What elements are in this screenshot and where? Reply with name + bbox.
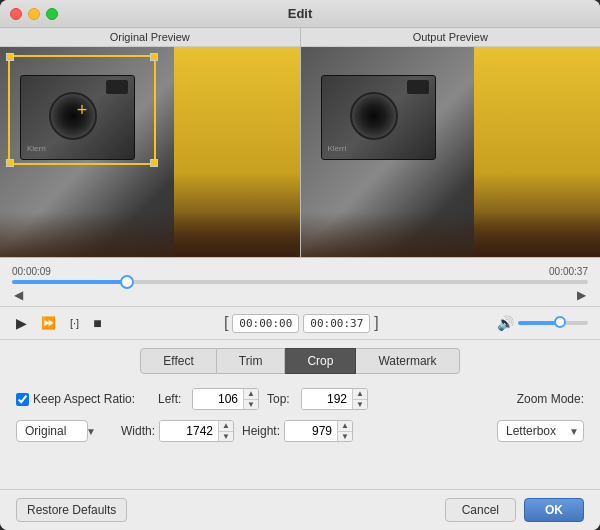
volume-thumb[interactable] (554, 316, 566, 328)
timeline-area: 00:00:09 00:00:37 ◀ ▶ (0, 258, 600, 306)
camera-viewfinder (106, 80, 128, 94)
left-input-wrap: ▲ ▼ (192, 388, 259, 410)
preview-area: Original Preview Klerri (0, 28, 600, 258)
height-input[interactable] (285, 421, 337, 441)
playhead-end-icon: ▶ (577, 288, 586, 302)
camera-body: Klerri (20, 75, 135, 160)
bottom-right-buttons: Cancel OK (445, 498, 584, 522)
volume-area: 🔊 (497, 315, 588, 331)
settings-row-2: Original Fit Stretch ▼ Width: ▲ ▼ Height… (16, 420, 584, 442)
output-preview-label: Output Preview (301, 28, 601, 47)
width-label: Width: (121, 424, 155, 438)
close-button[interactable] (10, 8, 22, 20)
height-field-group: Height: ▲ ▼ (242, 420, 353, 442)
width-input[interactable] (160, 421, 218, 441)
playhead-markers: ◀ ▶ (12, 288, 588, 302)
height-input-wrap: ▲ ▼ (284, 420, 353, 442)
controls-area: ▶ ⏩ [·] ■ [ 00:00:00 00:00:37 ] 🔊 (0, 306, 600, 340)
output-camera-background: Klerri (301, 47, 601, 257)
keep-aspect-ratio-label: Keep Aspect Ratio: (16, 392, 146, 406)
camera-logo: Klerri (27, 144, 46, 153)
in-time-display: 00:00:00 (232, 314, 299, 333)
titlebar: Edit (0, 0, 600, 28)
top-field-group: Top: ▲ ▼ (267, 388, 368, 410)
camera-lens (49, 92, 97, 140)
volume-slider[interactable] (518, 321, 588, 325)
maximize-button[interactable] (46, 8, 58, 20)
timeline-thumb[interactable] (120, 275, 134, 289)
tabs-area: Effect Trim Crop Watermark (0, 340, 600, 380)
original-preview-label: Original Preview (0, 28, 300, 47)
playhead-start-icon: ◀ (14, 288, 23, 302)
minimize-button[interactable] (28, 8, 40, 20)
left-label: Left: (158, 392, 188, 406)
left-input[interactable] (193, 389, 243, 409)
width-spin-down[interactable]: ▼ (219, 431, 233, 441)
width-field-group: Width: ▲ ▼ (121, 420, 234, 442)
output-hands (301, 212, 601, 257)
original-preview-image: Klerri + (0, 47, 300, 257)
cancel-button[interactable]: Cancel (445, 498, 516, 522)
step-forward-button[interactable]: ⏩ (37, 314, 60, 332)
window-controls (10, 8, 58, 20)
play-button[interactable]: ▶ (12, 313, 31, 333)
top-spin-up[interactable]: ▲ (353, 389, 367, 399)
top-input[interactable] (302, 389, 352, 409)
top-spin-buttons: ▲ ▼ (352, 389, 367, 409)
original-select[interactable]: Original Fit Stretch (16, 420, 88, 442)
top-spin-down[interactable]: ▼ (353, 399, 367, 409)
original-select-wrap: Original Fit Stretch ▼ (16, 420, 101, 442)
output-preview-panel: Output Preview Klerri (300, 28, 601, 257)
camera-background: Klerri (0, 47, 300, 257)
left-spin-up[interactable]: ▲ (244, 389, 258, 399)
left-field-group: Left: ▲ ▼ (158, 388, 259, 410)
timeline-fill (12, 280, 127, 284)
output-camera-lens (350, 92, 398, 140)
time-labels: 00:00:09 00:00:37 (12, 266, 588, 277)
left-spin-down[interactable]: ▼ (244, 399, 258, 409)
width-input-wrap: ▲ ▼ (159, 420, 234, 442)
zoom-mode-label: Zoom Mode: (517, 392, 584, 406)
tab-crop[interactable]: Crop (285, 348, 356, 374)
letterbox-select-wrap: Letterbox Pan&Scan Full ▼ (497, 420, 584, 442)
left-spin-buttons: ▲ ▼ (243, 389, 258, 409)
bracket-close: ] (374, 314, 378, 332)
crop-settings-area: Keep Aspect Ratio: Left: ▲ ▼ Top: ▲ (0, 380, 600, 489)
top-label: Top: (267, 392, 297, 406)
restore-defaults-button[interactable]: Restore Defaults (16, 498, 127, 522)
letterbox-select[interactable]: Letterbox Pan&Scan Full (497, 420, 584, 442)
timeline-slider[interactable] (12, 280, 588, 284)
volume-icon: 🔊 (497, 315, 514, 331)
bottom-bar: Restore Defaults Cancel OK (0, 489, 600, 530)
tab-effect[interactable]: Effect (140, 348, 216, 374)
original-preview-panel: Original Preview Klerri (0, 28, 300, 257)
width-spin-buttons: ▲ ▼ (218, 421, 233, 441)
ok-button[interactable]: OK (524, 498, 584, 522)
output-camera-viewfinder (407, 80, 429, 94)
top-input-wrap: ▲ ▼ (301, 388, 368, 410)
height-spin-buttons: ▲ ▼ (337, 421, 352, 441)
output-camera-logo: Klerri (328, 144, 347, 153)
tab-watermark[interactable]: Watermark (356, 348, 459, 374)
keep-aspect-ratio-checkbox[interactable] (16, 393, 29, 406)
height-spin-down[interactable]: ▼ (338, 431, 352, 441)
start-time-label: 00:00:09 (12, 266, 51, 277)
hands (0, 212, 300, 257)
output-preview-image: Klerri (301, 47, 601, 257)
height-spin-up[interactable]: ▲ (338, 421, 352, 431)
out-time-display: 00:00:37 (303, 314, 370, 333)
main-window: Edit Original Preview Klerri (0, 0, 600, 530)
bracket-open: [ (224, 314, 228, 332)
stop-button[interactable]: ■ (89, 313, 105, 333)
height-label: Height: (242, 424, 280, 438)
end-time-label: 00:00:37 (549, 266, 588, 277)
settings-row-1: Keep Aspect Ratio: Left: ▲ ▼ Top: ▲ (16, 388, 584, 410)
time-bracket: [ 00:00:00 00:00:37 ] (224, 314, 379, 333)
tab-trim[interactable]: Trim (217, 348, 286, 374)
window-title: Edit (288, 6, 313, 21)
step-frame-button[interactable]: [·] (66, 315, 83, 331)
keep-aspect-ratio-text: Keep Aspect Ratio: (33, 392, 135, 406)
output-camera-body: Klerri (321, 75, 436, 160)
width-spin-up[interactable]: ▲ (219, 421, 233, 431)
